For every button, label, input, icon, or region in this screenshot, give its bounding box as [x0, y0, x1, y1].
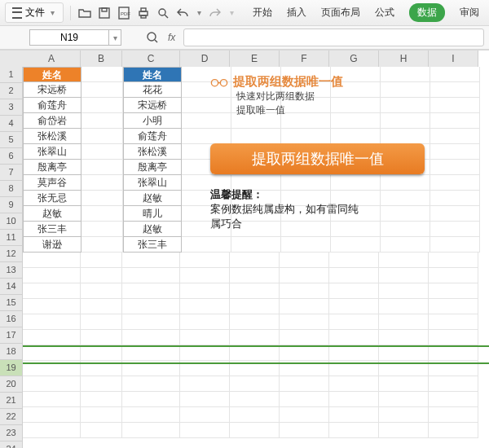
cell[interactable] — [381, 175, 430, 191]
cell[interactable] — [231, 82, 281, 98]
cell[interactable] — [379, 283, 429, 299]
cell[interactable] — [429, 423, 478, 438]
cell[interactable] — [331, 129, 381, 144]
row-header[interactable]: 17 — [0, 327, 23, 344]
cell[interactable] — [331, 67, 381, 82]
cell[interactable] — [180, 376, 230, 392]
cell[interactable] — [430, 113, 480, 129]
cell[interactable] — [81, 268, 122, 283]
cell[interactable] — [280, 392, 329, 407]
cell[interactable] — [23, 330, 81, 345]
cell[interactable]: 张无忌 — [23, 191, 82, 206]
cell[interactable] — [230, 423, 280, 438]
cell[interactable]: 俞岱岩 — [23, 113, 82, 129]
goto-icon[interactable] — [145, 30, 160, 45]
row-header[interactable]: 8 — [0, 181, 23, 197]
cell[interactable] — [231, 191, 281, 206]
cell[interactable] — [430, 129, 480, 144]
cell[interactable] — [182, 175, 231, 191]
cell[interactable] — [82, 98, 123, 113]
cell[interactable] — [81, 314, 122, 330]
cell[interactable] — [231, 175, 281, 191]
cell[interactable]: 姓名 — [23, 67, 82, 82]
cell[interactable] — [281, 82, 331, 98]
column-header-D[interactable]: D — [180, 51, 230, 68]
tab-layout[interactable]: 页面布局 — [321, 6, 360, 20]
tab-formula[interactable]: 公式 — [375, 6, 394, 20]
cell[interactable]: 俞莲舟 — [123, 129, 182, 144]
cell[interactable] — [329, 299, 379, 314]
cell[interactable] — [281, 237, 331, 253]
cell[interactable] — [281, 144, 331, 160]
cell[interactable] — [429, 345, 478, 361]
cell[interactable] — [82, 144, 123, 160]
row-header[interactable]: 1 — [0, 67, 23, 83]
cell[interactable] — [180, 253, 230, 268]
cell[interactable] — [429, 392, 478, 407]
cell[interactable] — [379, 253, 429, 268]
cell[interactable] — [122, 253, 180, 268]
cell[interactable] — [82, 206, 123, 222]
cell[interactable] — [231, 113, 281, 129]
cell[interactable] — [281, 160, 331, 175]
cell[interactable]: 殷离亭 — [23, 160, 82, 175]
cell[interactable] — [23, 268, 81, 283]
row-header[interactable]: 16 — [0, 311, 23, 327]
cell[interactable] — [230, 407, 280, 423]
cell[interactable] — [329, 283, 379, 299]
cell[interactable] — [182, 206, 231, 222]
cell[interactable] — [122, 330, 180, 345]
cell[interactable] — [81, 299, 122, 314]
cell[interactable] — [430, 82, 480, 98]
cell[interactable] — [379, 314, 429, 330]
cell[interactable] — [230, 392, 280, 407]
cell[interactable] — [329, 268, 379, 283]
cell[interactable] — [122, 423, 180, 438]
cell[interactable] — [379, 361, 429, 376]
cell[interactable] — [329, 330, 379, 345]
cell[interactable] — [231, 144, 281, 160]
row-header[interactable]: 10 — [0, 213, 23, 230]
cell[interactable] — [280, 330, 329, 345]
column-header-H[interactable]: H — [379, 51, 429, 68]
row-header[interactable]: 11 — [0, 230, 23, 246]
cell[interactable] — [231, 129, 281, 144]
cell[interactable] — [381, 98, 430, 113]
cell[interactable] — [280, 423, 329, 438]
cell[interactable] — [329, 253, 379, 268]
cell[interactable] — [81, 330, 122, 345]
cell[interactable] — [180, 361, 230, 376]
column-header-G[interactable]: G — [329, 51, 379, 68]
cell[interactable] — [429, 299, 478, 314]
cell[interactable] — [231, 206, 281, 222]
cell[interactable] — [329, 423, 379, 438]
cell[interactable] — [81, 283, 122, 299]
save-icon[interactable] — [97, 6, 112, 20]
column-header-F[interactable]: F — [280, 51, 329, 68]
row-header[interactable]: 15 — [0, 295, 23, 311]
cell[interactable] — [122, 376, 180, 392]
cell[interactable]: 赵敏 — [23, 206, 82, 222]
cell[interactable] — [82, 175, 123, 191]
cell[interactable] — [430, 98, 480, 113]
cell[interactable] — [379, 423, 429, 438]
formula-input[interactable] — [183, 29, 484, 46]
cell[interactable] — [182, 82, 231, 98]
cell[interactable] — [81, 253, 122, 268]
cell[interactable] — [329, 314, 379, 330]
column-header-E[interactable]: E — [230, 51, 280, 68]
open-icon[interactable] — [77, 6, 92, 20]
cell[interactable] — [429, 330, 478, 345]
cell[interactable] — [281, 222, 331, 237]
cell[interactable]: 小明 — [123, 113, 182, 129]
cell[interactable]: 张三丰 — [23, 222, 82, 237]
cell[interactable] — [180, 268, 230, 283]
cell[interactable] — [230, 299, 280, 314]
column-header-C[interactable]: C — [122, 51, 180, 68]
cell[interactable]: 张松溪 — [123, 144, 182, 160]
row-header[interactable]: 3 — [0, 99, 23, 116]
cell[interactable] — [331, 222, 381, 237]
cell[interactable] — [429, 268, 478, 283]
cell[interactable] — [82, 129, 123, 144]
cell[interactable] — [430, 144, 480, 160]
